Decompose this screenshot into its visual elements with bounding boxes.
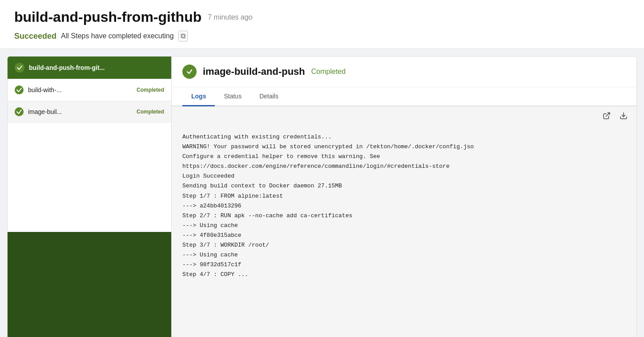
status-badge: Succeeded — [14, 32, 56, 41]
check-circle-icon — [15, 63, 24, 73]
log-line: Step 2/7 : RUN apk --no-cache add ca-cer… — [182, 211, 626, 221]
panel-check-icon — [182, 65, 197, 79]
download-icon[interactable] — [618, 110, 629, 122]
log-line: ---> 4f80e315abce — [182, 231, 626, 240]
status-row: Succeeded All Steps have completed execu… — [14, 31, 630, 41]
panel-header: image-build-and-push Completed — [172, 57, 636, 87]
main-panel: image-build-and-push Completed Logs Stat… — [172, 56, 637, 337]
page-header: build-and-push-from-github 7 minutes ago… — [0, 0, 644, 49]
sidebar-item-label-1: build-and-push-from-git... — [29, 64, 164, 71]
log-line: ---> a24bb4013296 — [182, 201, 626, 211]
tab-logs[interactable]: Logs — [182, 87, 215, 106]
sidebar-item-build-and-push[interactable]: build-and-push-from-git... — [8, 57, 171, 79]
panel-title: image-build-and-push — [203, 66, 305, 77]
log-line: ---> Using cache — [182, 221, 626, 231]
sidebar-item-build-with[interactable]: build-with-... Completed — [8, 79, 171, 101]
copy-icon[interactable]: ⧉ — [178, 31, 188, 41]
tab-status[interactable]: Status — [215, 87, 250, 106]
check-circle-icon-3 — [15, 107, 24, 116]
log-line: Configure a credential helper to remove … — [182, 152, 626, 162]
svg-line-0 — [606, 113, 610, 116]
log-line: ---> Using cache — [182, 250, 626, 260]
tab-details[interactable]: Details — [250, 87, 287, 106]
log-toolbar — [172, 106, 636, 125]
open-external-icon[interactable] — [601, 110, 612, 122]
log-content: Authenticating with existing credentials… — [172, 125, 636, 337]
sidebar-item-label-2: build-with-... — [28, 86, 132, 93]
main-content: build-and-push-from-git... build-with-..… — [7, 56, 637, 337]
title-row: build-and-push-from-github 7 minutes ago — [14, 9, 630, 25]
sidebar-item-image-buil[interactable]: image-buil... Completed — [8, 101, 171, 123]
log-line: Sending build context to Docker daemon 2… — [182, 181, 626, 191]
sidebar: build-and-push-from-git... build-with-..… — [7, 56, 172, 337]
log-line: WARNING! Your password will be stored un… — [182, 142, 626, 152]
log-line: Login Succeeded — [182, 171, 626, 181]
run-time: 7 minutes ago — [208, 13, 253, 21]
sidebar-bottom: pipelineruns — [8, 232, 171, 337]
log-line: Step 3/7 : WORKDIR /root/ — [182, 240, 626, 250]
status-message: All Steps have completed executing — [61, 32, 173, 40]
check-circle-icon-2 — [15, 85, 24, 94]
sidebar-item-status-2: Completed — [137, 87, 164, 93]
log-line: Step 4/7 : COPY ... — [182, 270, 626, 280]
tabs: Logs Status Details — [172, 87, 636, 106]
page-title: build-and-push-from-github — [14, 9, 201, 25]
log-line: https://docs.docker.com/engine/reference… — [182, 162, 626, 171]
panel-status: Completed — [311, 68, 346, 76]
sidebar-item-status-3: Completed — [137, 109, 164, 115]
log-line: Step 1/7 : FROM alpine:latest — [182, 191, 626, 201]
sidebar-item-label-3: image-buil... — [28, 108, 132, 115]
log-line: ---> 98f32d517c1f — [182, 260, 626, 270]
log-line: Authenticating with existing credentials… — [182, 132, 626, 142]
